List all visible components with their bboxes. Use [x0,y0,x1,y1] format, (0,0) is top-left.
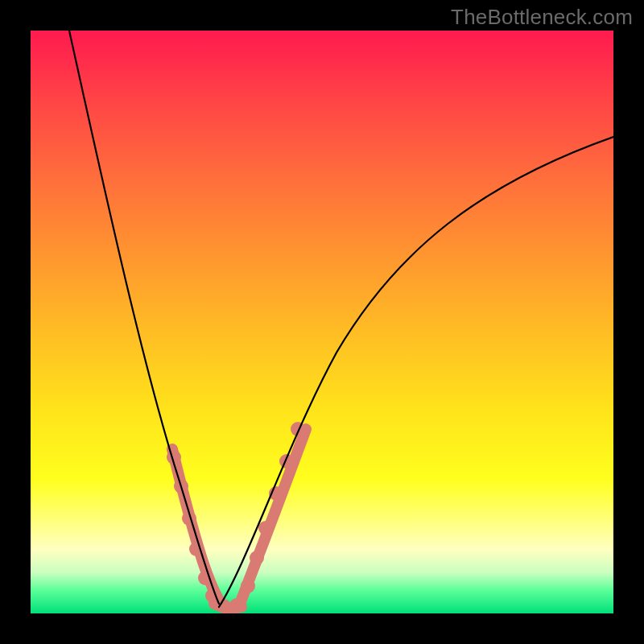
svg-point-8 [241,579,255,593]
right-curve [219,137,613,607]
plot-area [31,31,613,613]
left-curve [69,31,219,604]
chart-frame: TheBottleneck.com [0,0,644,644]
chart-svg [31,31,613,613]
highlight-dots [167,422,305,613]
highlight-right-segment [240,429,306,604]
watermark-text: TheBottleneck.com [451,5,633,30]
svg-point-10 [258,521,273,535]
svg-point-7 [229,598,244,613]
svg-point-9 [250,551,264,565]
